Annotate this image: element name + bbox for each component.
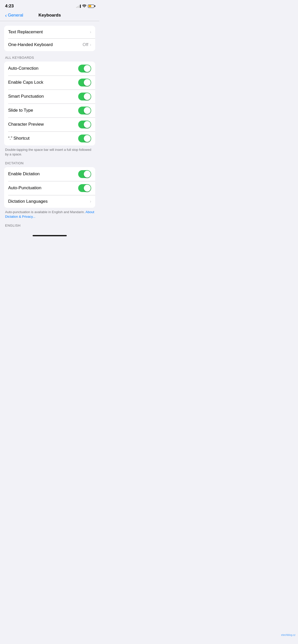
dictation-footer: Auto-punctuation is available in English… (5, 210, 95, 219)
dictation-card: Enable Dictation Auto-Punctuation Dictat… (4, 167, 95, 208)
enable-caps-lock-toggle[interactable] (78, 79, 91, 86)
text-replacement-row[interactable]: Text Replacement › (4, 26, 95, 38)
dictation-languages-label: Dictation Languages (8, 199, 48, 204)
all-keyboards-card: Auto-Correction Enable Caps Lock Smart P… (4, 62, 95, 145)
smart-punctuation-label: Smart Punctuation (8, 94, 44, 99)
text-replacement-right: › (90, 30, 91, 34)
text-replacement-label: Text Replacement (8, 30, 43, 35)
dictation-header: DICTATION (5, 161, 95, 165)
home-bar (33, 235, 67, 236)
auto-punctuation-label: Auto-Punctuation (8, 185, 41, 191)
period-shortcut-row[interactable]: “.” Shortcut (4, 131, 95, 145)
all-keyboards-header: ALL KEYBOARDS (5, 56, 95, 60)
wifi-icon (82, 4, 86, 8)
one-handed-keyboard-label: One-Handed Keyboard (8, 42, 53, 47)
enable-dictation-toggle[interactable] (78, 170, 91, 178)
one-handed-keyboard-right: Off › (83, 42, 91, 47)
all-keyboards-section: ALL KEYBOARDS Auto-Correction Enable Cap… (4, 56, 95, 157)
period-shortcut-label: “.” Shortcut (8, 136, 30, 141)
enable-dictation-label: Enable Dictation (8, 171, 40, 177)
dictation-section: DICTATION Enable Dictation Auto-Punctuat… (4, 161, 95, 219)
auto-correction-row[interactable]: Auto-Correction (4, 62, 95, 76)
nav-divider (0, 21, 99, 21)
slide-to-type-toggle[interactable] (78, 107, 91, 114)
one-handed-keyboard-value: Off (83, 42, 88, 47)
status-time: 4:23 (5, 4, 14, 9)
enable-caps-lock-row[interactable]: Enable Caps Lock (4, 76, 95, 90)
english-header: ENGLISH (5, 224, 95, 227)
all-keyboards-footer: Double-tapping the space bar will insert… (5, 148, 95, 157)
battery-icon (88, 5, 94, 8)
enable-dictation-row[interactable]: Enable Dictation (4, 167, 95, 181)
auto-correction-label: Auto-Correction (8, 66, 38, 71)
dictation-languages-right: › (90, 199, 91, 204)
dictation-languages-chevron-icon: › (90, 199, 91, 204)
smart-punctuation-row[interactable]: Smart Punctuation (4, 90, 95, 104)
english-section: ENGLISH (4, 224, 95, 227)
page-title: Keyboards (38, 13, 61, 18)
dictation-languages-row[interactable]: Dictation Languages › (4, 195, 95, 208)
period-shortcut-toggle[interactable] (78, 135, 91, 142)
navigation-bar: ‹ General Keyboards (0, 11, 99, 21)
auto-punctuation-row[interactable]: Auto-Punctuation (4, 181, 95, 195)
status-bar: 4:23 (0, 0, 99, 11)
character-preview-row[interactable]: Character Preview (4, 118, 95, 131)
smart-punctuation-toggle[interactable] (78, 93, 91, 100)
status-icons (76, 4, 94, 8)
slide-to-type-label: Slide to Type (8, 108, 33, 113)
signal-icon (76, 4, 81, 8)
back-chevron-icon: ‹ (5, 13, 7, 18)
back-label: General (8, 13, 23, 18)
one-handed-keyboard-chevron-icon: › (90, 42, 91, 47)
slide-to-type-row[interactable]: Slide to Type (4, 104, 95, 118)
text-replacement-chevron-icon: › (90, 30, 91, 34)
character-preview-label: Character Preview (8, 122, 44, 127)
back-button[interactable]: ‹ General (5, 13, 23, 18)
top-section: Text Replacement › One-Handed Keyboard O… (4, 26, 95, 51)
character-preview-toggle[interactable] (78, 121, 91, 128)
auto-punctuation-toggle[interactable] (78, 184, 91, 192)
home-indicator (0, 232, 99, 238)
top-card: Text Replacement › One-Handed Keyboard O… (4, 26, 95, 51)
auto-correction-toggle[interactable] (78, 65, 91, 72)
one-handed-keyboard-row[interactable]: One-Handed Keyboard Off › (4, 38, 95, 51)
enable-caps-lock-label: Enable Caps Lock (8, 80, 43, 85)
